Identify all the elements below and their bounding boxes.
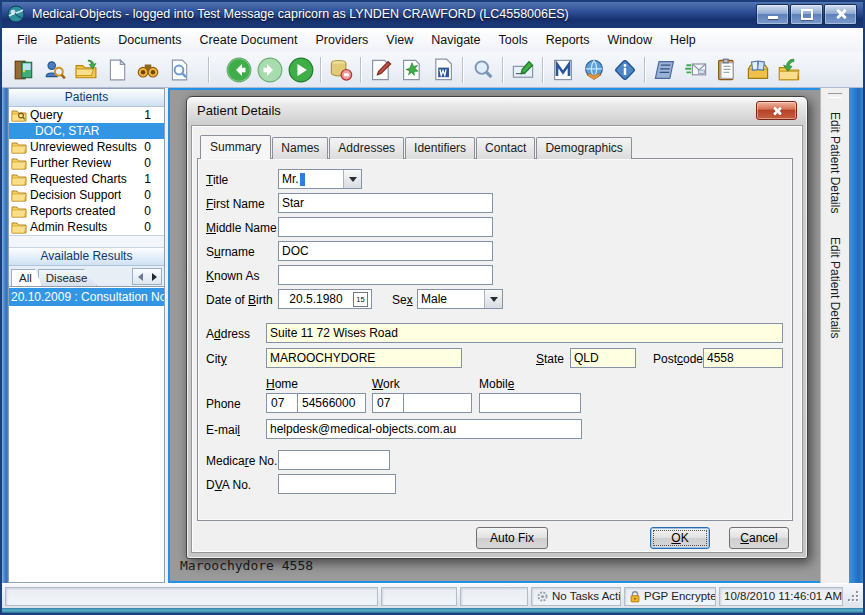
send-mail-icon[interactable] [680, 54, 711, 85]
file-drawer-icon[interactable] [742, 54, 773, 85]
word-export-icon[interactable] [427, 54, 458, 85]
edit-patient-details-tab-1[interactable]: Edit Patient Details [828, 98, 842, 223]
dob-value: 20.5.1980 [289, 292, 342, 306]
menu-patients[interactable]: Patients [46, 29, 109, 51]
chevron-down-icon[interactable] [484, 290, 502, 308]
dialog-titlebar: Patient Details [187, 97, 807, 124]
tab-identifiers[interactable]: Identifiers [405, 137, 475, 159]
menu-providers[interactable]: Providers [307, 29, 378, 51]
play-icon[interactable] [285, 54, 316, 85]
address-field[interactable]: Suite 11 72 Wises Road [266, 323, 783, 343]
scroll-right-icon[interactable] [147, 269, 161, 284]
tree-item-query[interactable]: Query 1 [9, 107, 164, 123]
resize-grip[interactable] [846, 589, 860, 603]
import-folder-icon[interactable] [773, 54, 804, 85]
maximize-button[interactable] [790, 4, 823, 25]
forward-icon[interactable] [254, 54, 285, 85]
close-button[interactable] [824, 4, 857, 25]
mobile-phone-field[interactable] [479, 393, 581, 413]
home-number-value[interactable]: 54566000 [298, 396, 355, 410]
edit-patient-details-tab-2[interactable]: Edit Patient Details [828, 223, 842, 348]
edit-document-icon[interactable] [365, 54, 396, 85]
menu-file[interactable]: File [8, 29, 46, 51]
scroll-left-icon[interactable] [133, 269, 147, 284]
tree-item-label: Admin Results [30, 220, 107, 234]
results-tab-bar: All Disease [9, 266, 164, 287]
title-combobox[interactable]: Mr. [278, 169, 362, 189]
sex-combobox[interactable]: Male [417, 289, 503, 309]
preview-document-icon[interactable] [163, 54, 194, 85]
menu-create-document[interactable]: Create Document [191, 29, 307, 51]
tree-item-further-review[interactable]: Further Review 0 [9, 155, 164, 171]
postcode-label: Postcode [653, 352, 703, 366]
signature-icon[interactable] [507, 54, 538, 85]
tab-contact[interactable]: Contact [476, 137, 535, 159]
tab-demographics[interactable]: Demographics [536, 137, 631, 159]
known-as-field[interactable] [278, 265, 493, 285]
chevron-down-icon[interactable] [343, 170, 361, 188]
tree-item-admin-results[interactable]: Admin Results 0 [9, 219, 164, 235]
web-globe-icon[interactable] [578, 54, 609, 85]
result-item[interactable]: 20.10.2009 : Consultation No [9, 288, 164, 306]
tab-names[interactable]: Names [272, 137, 328, 159]
address-label: Address [206, 327, 250, 341]
minimize-button[interactable] [756, 4, 789, 25]
menu-navigate[interactable]: Navigate [422, 29, 489, 51]
dob-field[interactable]: 20.5.1980 15 [278, 289, 372, 309]
tree-item-unreviewed-results[interactable]: Unreviewed Results 0 [9, 139, 164, 155]
medicare-field[interactable] [278, 450, 390, 470]
surname-field[interactable]: DOC [278, 241, 493, 261]
database-stop-icon[interactable] [325, 54, 356, 85]
new-document-icon[interactable] [101, 54, 132, 85]
process-document-icon[interactable] [396, 54, 427, 85]
dialog-body: Summary Names Addresses Identifiers Cont… [191, 125, 803, 553]
sidebar-splitter[interactable] [9, 235, 164, 248]
menu-documents[interactable]: Documents [109, 29, 190, 51]
middle-name-field[interactable] [278, 217, 493, 237]
work-phone-field[interactable]: 07 [372, 393, 472, 413]
state-field[interactable]: QLD [570, 348, 636, 368]
tab-summary[interactable]: Summary [200, 135, 271, 159]
tree-item-reports-created[interactable]: Reports created 0 [9, 203, 164, 219]
tree-item-patient-selected[interactable]: DOC, STAR [9, 123, 164, 139]
tree-item-label: Query [30, 108, 63, 122]
menu-reports[interactable]: Reports [537, 29, 599, 51]
back-icon[interactable] [223, 54, 254, 85]
dialog-close-button[interactable] [756, 101, 797, 120]
find-patient-icon[interactable] [39, 54, 70, 85]
email-field[interactable]: helpdesk@medical-objects.com.au [266, 419, 582, 439]
binoculars-icon[interactable] [132, 54, 163, 85]
work-area-value[interactable]: 07 [373, 396, 403, 410]
notepad-icon[interactable] [649, 54, 680, 85]
home-area-value[interactable]: 07 [267, 396, 297, 410]
search-icon[interactable] [467, 54, 498, 85]
results-tab-disease[interactable]: Disease [38, 269, 98, 286]
ok-button[interactable]: OK [650, 527, 710, 549]
word-m-icon[interactable] [547, 54, 578, 85]
postcode-field[interactable]: 4558 [703, 348, 783, 368]
tree-item-requested-charts[interactable]: Requested Charts 1 [9, 171, 164, 187]
menu-tools[interactable]: Tools [490, 29, 537, 51]
tab-addresses[interactable]: Addresses [329, 137, 404, 159]
first-name-field[interactable]: Star [278, 193, 493, 213]
folder-icon [11, 157, 27, 170]
clipboard-icon[interactable] [711, 54, 742, 85]
calendar-icon[interactable]: 15 [353, 292, 368, 307]
city-field[interactable]: MAROOCHYDORE [266, 348, 462, 368]
menu-help[interactable]: Help [661, 29, 705, 51]
info-icon[interactable] [609, 54, 640, 85]
home-phone-field[interactable]: 07 54566000 [266, 393, 366, 413]
folder-icon [11, 173, 27, 186]
tree-item-decision-support[interactable]: Decision Support 0 [9, 187, 164, 203]
maximize-icon [801, 9, 813, 20]
auto-fix-button[interactable]: Auto Fix [476, 527, 548, 549]
menu-window[interactable]: Window [599, 29, 661, 51]
folder-icon [11, 205, 27, 218]
cancel-button[interactable]: Cancel [729, 527, 789, 549]
menu-view[interactable]: View [377, 29, 422, 51]
dva-field[interactable] [278, 474, 396, 494]
open-folder-icon[interactable] [70, 54, 101, 85]
results-tab-all[interactable]: All [11, 269, 42, 286]
exit-door-icon[interactable] [8, 54, 39, 85]
toolbar-separator [542, 57, 543, 83]
